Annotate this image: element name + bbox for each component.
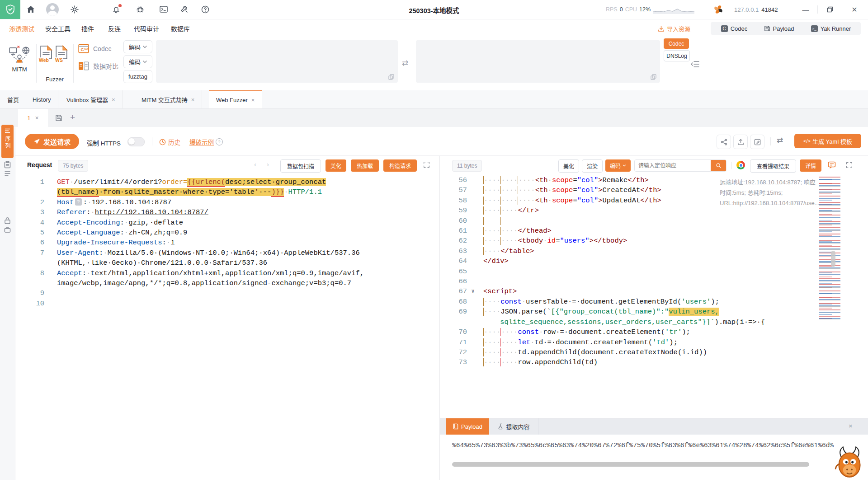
fuzzer-subtab-1[interactable]: 1 ×: [18, 109, 48, 127]
menu-item-pentest[interactable]: 渗透测试: [9, 24, 34, 33]
history-button[interactable]: 历史: [159, 137, 180, 146]
hotload-button[interactable]: 热加载: [351, 159, 379, 172]
tab-vulinbox[interactable]: Vulinbox 管理器×: [59, 90, 123, 108]
packet-scan-button[interactable]: 数据包扫描: [280, 159, 321, 173]
payload-header-button[interactable]: Payload: [754, 22, 804, 35]
debug-button[interactable]: [136, 5, 145, 15]
user-avatar[interactable]: [46, 3, 59, 16]
system-stats: RPS 0 CPU 12%: [606, 0, 694, 19]
minimap-viewport[interactable]: [831, 251, 835, 267]
codec-tool-button[interactable]: C Codec: [78, 43, 111, 55]
export-request-button[interactable]: [733, 135, 748, 149]
home-button[interactable]: [26, 5, 35, 14]
app-logo[interactable]: [0, 0, 20, 19]
codec-output-panel[interactable]: [416, 40, 660, 83]
data-compare-button[interactable]: 数据对比: [78, 60, 118, 72]
response-fullscreen-button[interactable]: [846, 162, 853, 170]
render-response-button[interactable]: 渲染: [582, 159, 603, 173]
save-fuzzer-button[interactable]: [55, 114, 62, 123]
dnslog-mode-button[interactable]: DNSLog: [664, 50, 690, 61]
terminal-button[interactable]: [159, 5, 168, 15]
force-https-toggle[interactable]: [127, 137, 145, 146]
generate-yaml-button[interactable]: </> 生成 Yaml 模板: [794, 134, 861, 148]
decode-dropdown[interactable]: 解码: [123, 40, 152, 53]
rail-clipboard-tab[interactable]: [1, 157, 14, 189]
request-editor[interactable]: 1GET·/user/limit/4/order1?order={{urlenc…: [18, 177, 436, 478]
detail-button[interactable]: 详情: [800, 159, 821, 172]
close-subtab-icon[interactable]: ×: [35, 114, 39, 122]
close-window-button[interactable]: ✕: [844, 0, 864, 19]
payload-tab-label: Payload: [461, 423, 482, 430]
copy-icon[interactable]: [651, 74, 656, 80]
history-label: 历史: [168, 137, 180, 146]
question-circle-icon: ?: [216, 138, 223, 145]
beautify-request-button[interactable]: 美化: [326, 159, 346, 172]
rail-sequence-tab[interactable]: 序列: [1, 125, 14, 158]
import-resources-button[interactable]: 导入资源: [658, 22, 690, 35]
view-extract-result-button[interactable]: 查看提取结果: [750, 159, 796, 173]
open-in-chrome-button[interactable]: [736, 161, 745, 169]
payload-content[interactable]: %64%65%73%63%3b%73%65%6c%65%63%74%20%67%…: [452, 442, 866, 453]
codec-header-button[interactable]: C Codec: [711, 22, 758, 35]
menu-item-database[interactable]: 数据库: [171, 24, 190, 33]
fuzzer-tool-button[interactable]: Web WS Fuzzer: [40, 41, 70, 84]
request-fullscreen-button[interactable]: [423, 161, 430, 169]
close-tab-icon[interactable]: ×: [112, 96, 115, 103]
response-minimap[interactable]: [819, 175, 853, 320]
construct-request-button[interactable]: 构造请求: [383, 159, 417, 172]
response-editor[interactable]: 56············<th·scope="col">Remake</th…: [445, 175, 807, 417]
tab-mitm-hijack[interactable]: MITM 交互式劫持×: [134, 90, 202, 108]
swap-panels-button[interactable]: ⇄: [402, 58, 408, 68]
prev-page-arrow[interactable]: ‹: [254, 160, 256, 168]
terminal-icon: [159, 5, 168, 14]
menu-item-reverse[interactable]: 反连: [108, 24, 121, 33]
encode-response-dropdown[interactable]: 编码: [605, 159, 631, 172]
beautify-response-button[interactable]: 美化: [558, 159, 579, 173]
rail-lock-tab[interactable]: [1, 213, 14, 243]
close-payload-panel-button[interactable]: ×: [849, 422, 853, 430]
menu-item-plugins[interactable]: 插件: [81, 24, 94, 33]
send-request-button[interactable]: 发送请求: [25, 134, 79, 149]
copy-icon[interactable]: [388, 74, 394, 80]
codec-mode-button[interactable]: Codec: [664, 38, 689, 49]
yak-runner-button[interactable]: >_ Yak Runner: [801, 22, 861, 35]
payload-tab[interactable]: Payload: [446, 418, 489, 435]
flask-icon: [497, 423, 503, 430]
help-button[interactable]: [201, 5, 210, 15]
swap-request-response-button[interactable]: ⇄: [777, 136, 783, 145]
feedback-button[interactable]: [828, 161, 836, 170]
tab-home[interactable]: 首页: [0, 90, 27, 108]
blast-example-link[interactable]: 爆破示例 ?: [189, 137, 223, 146]
tab-web-fuzzer[interactable]: Web Fuzzer×: [209, 90, 262, 108]
main-tab-bar: 首页 History Vulinbox 管理器× MITM 交互式劫持× Web…: [0, 90, 868, 109]
codec-header-label: Codec: [731, 25, 748, 32]
close-tab-icon[interactable]: ×: [191, 96, 195, 103]
add-fuzzer-tab-button[interactable]: +: [70, 112, 75, 122]
close-tab-icon[interactable]: ×: [251, 97, 255, 103]
next-page-arrow[interactable]: ›: [267, 160, 269, 168]
fuzztag-button[interactable]: fuzztag: [123, 70, 152, 83]
collapse-toolbar-button[interactable]: [690, 61, 699, 69]
toolbar-divider-1: [36, 44, 37, 83]
minimize-button[interactable]: —: [796, 0, 816, 19]
settings-button[interactable]: [70, 5, 79, 15]
search-button[interactable]: [711, 160, 726, 171]
share-request-button[interactable]: [717, 135, 731, 149]
mitm-tool-button[interactable]: MITM: [6, 41, 33, 84]
notifications-button[interactable]: [112, 5, 121, 14]
yak-engine-logo[interactable]: [713, 4, 724, 16]
payload-horizontal-scrollbar[interactable]: [452, 462, 809, 467]
encode-dropdown[interactable]: 编码: [123, 55, 152, 68]
edit-request-button[interactable]: [750, 135, 764, 149]
menu-item-codeaudit[interactable]: 代码审计: [134, 24, 159, 33]
response-search-input[interactable]: [635, 163, 711, 169]
maximize-button[interactable]: [820, 0, 840, 19]
tab-history[interactable]: History: [25, 90, 58, 108]
menu-item-sectools[interactable]: 安全工具: [45, 24, 71, 33]
codec-input-panel[interactable]: [156, 40, 398, 83]
ws-badge: WS: [55, 57, 63, 63]
extract-content-tab[interactable]: 提取内容: [489, 418, 538, 435]
tools-button[interactable]: [180, 5, 189, 15]
code-brackets-icon: </>: [803, 138, 811, 144]
window-bottom-border: [0, 480, 868, 480]
